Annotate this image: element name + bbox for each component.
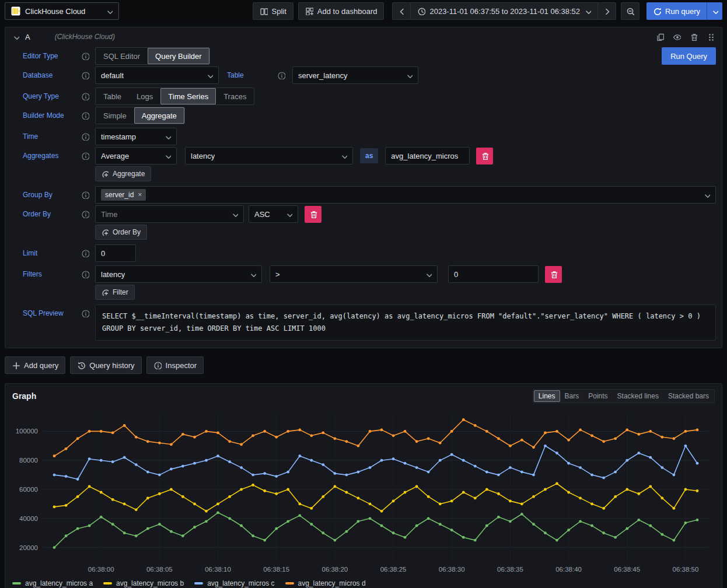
run-query-inline-button[interactable]: Run Query <box>662 47 716 65</box>
graph-style-points[interactable]: Points <box>583 390 612 402</box>
add-query-button[interactable]: Add query <box>5 356 65 374</box>
add-aggregate-button[interactable]: Aggregate <box>95 166 151 181</box>
group-by-multiselect[interactable]: server_id × <box>95 186 716 204</box>
time-column-value: timestamp <box>101 132 136 141</box>
filter-value-input[interactable] <box>448 265 539 283</box>
legend-label: avg_latency_micros b <box>116 579 184 587</box>
graph-style-stacked-lines[interactable]: Stacked lines <box>613 390 663 402</box>
order-by-direction-select[interactable]: ASC <box>249 205 298 223</box>
info-icon[interactable] <box>81 249 89 257</box>
toolbar-actions: Split Add to dashboard 2023-11-01 06:37:… <box>253 2 722 20</box>
remove-query-button[interactable] <box>690 33 698 41</box>
database-select[interactable]: default <box>95 66 219 84</box>
timeseries-chart[interactable]: 2000040000600008000010000006:38:0006:38:… <box>10 408 717 578</box>
add-to-dashboard-button[interactable]: Add to dashboard <box>298 2 385 20</box>
query-type-option-time-series[interactable]: Time Series <box>160 88 216 104</box>
info-icon[interactable] <box>81 152 89 160</box>
chevron-right-icon <box>603 7 611 15</box>
info-icon[interactable] <box>81 92 89 100</box>
time-column-select[interactable]: timestamp <box>95 128 177 145</box>
group-by-tag[interactable]: server_id × <box>101 189 146 201</box>
legend-label: avg_latency_micros a <box>25 579 93 587</box>
info-icon[interactable] <box>81 191 89 199</box>
table-label-box: Table <box>227 71 285 79</box>
add-order-by-button[interactable]: Order By <box>95 225 147 240</box>
limit-input[interactable] <box>95 244 136 262</box>
editor-type-option-sql-editor[interactable]: SQL Editor <box>96 48 148 64</box>
info-icon[interactable] <box>81 71 89 79</box>
add-filter-button[interactable]: Filter <box>95 285 135 300</box>
aggregate-column-select[interactable]: latency <box>185 147 353 164</box>
run-query-dropdown-button[interactable] <box>707 2 722 20</box>
info-icon[interactable] <box>81 309 89 317</box>
graph-panel: Graph Lines Bars Points Stacked lines St… <box>5 383 722 588</box>
add-to-dashboard-label: Add to dashboard <box>317 7 378 16</box>
builder-mode-option-aggregate[interactable]: Aggregate <box>134 107 184 124</box>
graph-style-lines[interactable]: Lines <box>534 390 560 402</box>
graph-style-stacked-bars[interactable]: Stacked bars <box>663 390 714 402</box>
time-shift-back-button[interactable] <box>392 2 411 20</box>
legend-swatch <box>285 582 294 584</box>
aggregate-function-select[interactable]: Average <box>95 147 177 164</box>
legend-item[interactable]: avg_latency_micros c <box>194 579 274 587</box>
remove-tag-icon[interactable]: × <box>138 191 142 198</box>
inspector-button[interactable]: Inspector <box>146 356 204 374</box>
drag-handle[interactable] <box>707 33 715 41</box>
svg-text:60000: 60000 <box>19 486 38 493</box>
editor-type-row: Editor Type SQL Editor Query Builder Run… <box>23 47 716 65</box>
remove-order-by-button[interactable] <box>305 206 321 223</box>
run-query-split-button: Run query <box>646 2 722 20</box>
svg-text:06:38:25: 06:38:25 <box>380 566 407 573</box>
info-icon[interactable] <box>81 132 89 141</box>
time-shift-forward-button[interactable] <box>597 2 616 20</box>
toggle-visibility-button[interactable] <box>673 33 681 41</box>
time-picker-group: 2023-11-01 06:37:55 to 2023-11-01 06:38:… <box>392 2 616 20</box>
remove-filter-button[interactable] <box>545 266 562 283</box>
legend-item[interactable]: avg_latency_micros b <box>103 579 184 587</box>
query-type-option-traces[interactable]: Traces <box>216 88 254 104</box>
split-button-label: Split <box>272 7 286 16</box>
info-icon[interactable] <box>277 71 285 79</box>
sql-preview-label: SQL Preview <box>23 309 64 317</box>
svg-text:06:38:35: 06:38:35 <box>497 566 523 573</box>
time-range-picker[interactable]: 2023-11-01 06:37:55 to 2023-11-01 06:38:… <box>410 2 598 20</box>
as-badge: as <box>360 148 378 163</box>
limit-label-box: Limit <box>23 249 89 257</box>
split-button[interactable]: Split <box>253 2 293 20</box>
aggregate-column-value: latency <box>191 152 215 160</box>
remove-aggregate-button[interactable] <box>476 148 493 164</box>
info-icon[interactable] <box>81 52 89 60</box>
query-type-toggle: Table Logs Time Series Traces <box>95 88 254 105</box>
aggregate-alias-input[interactable] <box>385 147 470 164</box>
query-row-header[interactable]: A (ClickHouse Cloud) <box>5 27 722 46</box>
svg-text:06:38:50: 06:38:50 <box>673 566 699 573</box>
graph-style-bars[interactable]: Bars <box>560 390 584 402</box>
trash-icon <box>309 210 317 218</box>
table-select[interactable]: server_latency <box>292 66 418 84</box>
sql-preview-row: SQL Preview SELECT $__timeInterval(times… <box>23 304 716 341</box>
builder-mode-option-simple[interactable]: Simple <box>96 107 134 124</box>
legend-item[interactable]: avg_latency_micros d <box>285 579 366 587</box>
info-circle-icon <box>153 361 162 369</box>
order-by-field-select[interactable]: Time <box>95 205 244 223</box>
datasource-picker[interactable]: ClickHouse Cloud <box>5 2 119 20</box>
query-history-label: Query history <box>89 361 134 370</box>
filter-operator-select[interactable]: > <box>270 265 438 283</box>
query-row-actions <box>656 33 715 41</box>
svg-text:80000: 80000 <box>19 457 38 464</box>
collapse-chevron-icon[interactable] <box>12 33 19 40</box>
query-type-option-table[interactable]: Table <box>96 88 129 104</box>
legend-item[interactable]: avg_latency_micros a <box>12 579 93 587</box>
run-query-button[interactable]: Run query <box>646 2 707 20</box>
filter-field-select[interactable]: latency <box>95 265 262 283</box>
filter-field-value: latency <box>101 270 125 279</box>
info-icon[interactable] <box>81 270 89 278</box>
query-history-button[interactable]: Query history <box>70 356 141 374</box>
query-type-option-logs[interactable]: Logs <box>129 88 160 104</box>
duplicate-query-button[interactable] <box>656 33 664 41</box>
editor-type-option-query-builder[interactable]: Query Builder <box>148 48 209 64</box>
legend-label: avg_latency_micros d <box>298 579 366 587</box>
info-icon[interactable] <box>81 210 89 218</box>
info-icon[interactable] <box>81 111 89 120</box>
zoom-out-button[interactable] <box>621 2 639 20</box>
